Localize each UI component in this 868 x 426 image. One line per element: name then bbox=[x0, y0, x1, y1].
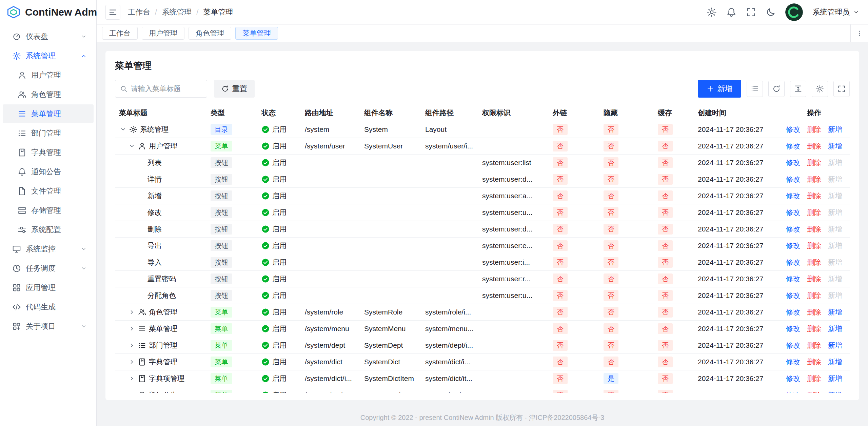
delete-link[interactable]: 删除 bbox=[804, 141, 824, 151]
add-link[interactable]: 新增 bbox=[825, 274, 845, 284]
view-list-button[interactable] bbox=[747, 81, 763, 97]
chevron-down-icon[interactable] bbox=[120, 126, 126, 133]
notifications-icon[interactable] bbox=[726, 7, 736, 17]
sidebar-item-config[interactable]: 系统配置 bbox=[3, 220, 94, 239]
add-link[interactable]: 新增 bbox=[825, 258, 845, 267]
delete-link[interactable]: 删除 bbox=[804, 390, 824, 393]
delete-link[interactable]: 删除 bbox=[804, 125, 824, 134]
dark-mode-icon[interactable] bbox=[766, 7, 776, 17]
sidebar-item-notice[interactable]: 通知公告 bbox=[3, 162, 94, 181]
reset-button[interactable]: 重置 bbox=[214, 80, 255, 98]
chevron-right-icon[interactable] bbox=[129, 392, 135, 393]
modify-link[interactable]: 修改 bbox=[783, 125, 803, 134]
modify-link[interactable]: 修改 bbox=[783, 258, 803, 267]
chevron-right-icon[interactable] bbox=[129, 342, 135, 349]
chevron-right-icon[interactable] bbox=[129, 359, 135, 365]
add-link[interactable]: 新增 bbox=[825, 307, 845, 317]
status-label: 启用 bbox=[272, 341, 287, 350]
modify-link[interactable]: 修改 bbox=[783, 357, 803, 367]
modify-link[interactable]: 修改 bbox=[783, 175, 803, 184]
sidebar-item-dict[interactable]: 字典管理 bbox=[3, 143, 94, 162]
row-height-button[interactable] bbox=[790, 81, 806, 97]
delete-link[interactable]: 删除 bbox=[804, 374, 824, 383]
column-settings-button[interactable] bbox=[812, 81, 828, 97]
sidebar-item-dept[interactable]: 部门管理 bbox=[3, 124, 94, 142]
add-link[interactable]: 新增 bbox=[825, 141, 845, 151]
add-button[interactable]: 新增 bbox=[698, 80, 741, 98]
sidebar-item-role[interactable]: 角色管理 bbox=[3, 85, 94, 104]
delete-link[interactable]: 删除 bbox=[804, 341, 824, 350]
add-link[interactable]: 新增 bbox=[825, 341, 845, 350]
delete-link[interactable]: 删除 bbox=[804, 258, 824, 267]
avatar[interactable] bbox=[785, 3, 803, 21]
sidebar-item-schedule[interactable]: 任务调度 bbox=[3, 259, 94, 278]
delete-link[interactable]: 删除 bbox=[804, 274, 824, 284]
tab-menu[interactable]: 菜单管理 bbox=[235, 27, 278, 40]
add-link[interactable]: 新增 bbox=[825, 241, 845, 250]
sidebar-item-user[interactable]: 用户管理 bbox=[3, 66, 94, 84]
tab-more-button[interactable] bbox=[850, 24, 868, 42]
delete-link[interactable]: 删除 bbox=[804, 307, 824, 317]
table-fullscreen-button[interactable] bbox=[833, 81, 850, 97]
delete-link[interactable]: 删除 bbox=[804, 224, 824, 234]
tab-role[interactable]: 角色管理 bbox=[189, 27, 231, 40]
modify-link[interactable]: 修改 bbox=[783, 141, 803, 151]
delete-link[interactable]: 删除 bbox=[804, 191, 824, 201]
add-link[interactable]: 新增 bbox=[825, 357, 845, 367]
delete-link[interactable]: 删除 bbox=[804, 241, 824, 250]
modify-link[interactable]: 修改 bbox=[783, 307, 803, 317]
add-link[interactable]: 新增 bbox=[825, 125, 845, 134]
chevron-down-icon[interactable] bbox=[129, 143, 135, 149]
modify-link[interactable]: 修改 bbox=[783, 274, 803, 284]
chevron-right-icon[interactable] bbox=[129, 309, 135, 316]
modify-link[interactable]: 修改 bbox=[783, 374, 803, 383]
sidebar-item-system[interactable]: 系统管理 bbox=[3, 46, 94, 65]
add-link[interactable]: 新增 bbox=[825, 208, 845, 217]
fullscreen-icon[interactable] bbox=[746, 7, 756, 17]
sidebar-item-monitor[interactable]: 系统监控 bbox=[3, 240, 94, 258]
sidebar-item-app[interactable]: 应用管理 bbox=[3, 278, 94, 297]
sidebar-item-file[interactable]: 文件管理 bbox=[3, 182, 94, 200]
modify-link[interactable]: 修改 bbox=[783, 324, 803, 333]
modify-link[interactable]: 修改 bbox=[783, 208, 803, 217]
delete-link[interactable]: 删除 bbox=[804, 357, 824, 367]
breadcrumb-item[interactable]: 工作台 bbox=[128, 7, 150, 17]
modify-link[interactable]: 修改 bbox=[783, 158, 803, 167]
add-link[interactable]: 新增 bbox=[825, 374, 845, 383]
add-link[interactable]: 新增 bbox=[825, 224, 845, 234]
chevron-right-icon[interactable] bbox=[129, 325, 135, 332]
add-link[interactable]: 新增 bbox=[825, 291, 845, 300]
sidebar-item-dashboard[interactable]: 仪表盘 bbox=[3, 27, 94, 46]
delete-link[interactable]: 删除 bbox=[804, 324, 824, 333]
modify-link[interactable]: 修改 bbox=[783, 241, 803, 250]
search-input[interactable] bbox=[131, 85, 202, 93]
user-menu[interactable]: 系统管理员 bbox=[812, 7, 859, 17]
sidebar-item-menu[interactable]: 菜单管理 bbox=[3, 104, 94, 123]
modify-link[interactable]: 修改 bbox=[783, 191, 803, 201]
breadcrumb-item[interactable]: 系统管理 bbox=[162, 7, 192, 17]
sidebar-item-about[interactable]: 关于项目 bbox=[3, 317, 94, 336]
add-link[interactable]: 新增 bbox=[825, 158, 845, 167]
tab-workbench[interactable]: 工作台 bbox=[102, 27, 138, 40]
modify-link[interactable]: 修改 bbox=[783, 390, 803, 393]
add-link[interactable]: 新增 bbox=[825, 324, 845, 333]
settings-icon[interactable] bbox=[707, 7, 717, 17]
modify-link[interactable]: 修改 bbox=[783, 291, 803, 300]
hidden-badge: 否 bbox=[604, 307, 618, 318]
chevron-right-icon[interactable] bbox=[129, 375, 135, 382]
delete-link[interactable]: 删除 bbox=[804, 158, 824, 167]
collapse-sidebar-button[interactable] bbox=[105, 5, 120, 20]
delete-link[interactable]: 删除 bbox=[804, 291, 824, 300]
delete-link[interactable]: 删除 bbox=[804, 208, 824, 217]
cell-title: 菜单管理 bbox=[115, 321, 206, 337]
add-link[interactable]: 新增 bbox=[825, 175, 845, 184]
sidebar-item-codegen[interactable]: 代码生成 bbox=[3, 298, 94, 316]
modify-link[interactable]: 修改 bbox=[783, 224, 803, 234]
delete-link[interactable]: 删除 bbox=[804, 175, 824, 184]
add-link[interactable]: 新增 bbox=[825, 390, 845, 393]
sidebar-item-storage[interactable]: 存储管理 bbox=[3, 201, 94, 220]
tab-user[interactable]: 用户管理 bbox=[142, 27, 184, 40]
refresh-button[interactable] bbox=[768, 81, 785, 97]
add-link[interactable]: 新增 bbox=[825, 191, 845, 201]
modify-link[interactable]: 修改 bbox=[783, 341, 803, 350]
